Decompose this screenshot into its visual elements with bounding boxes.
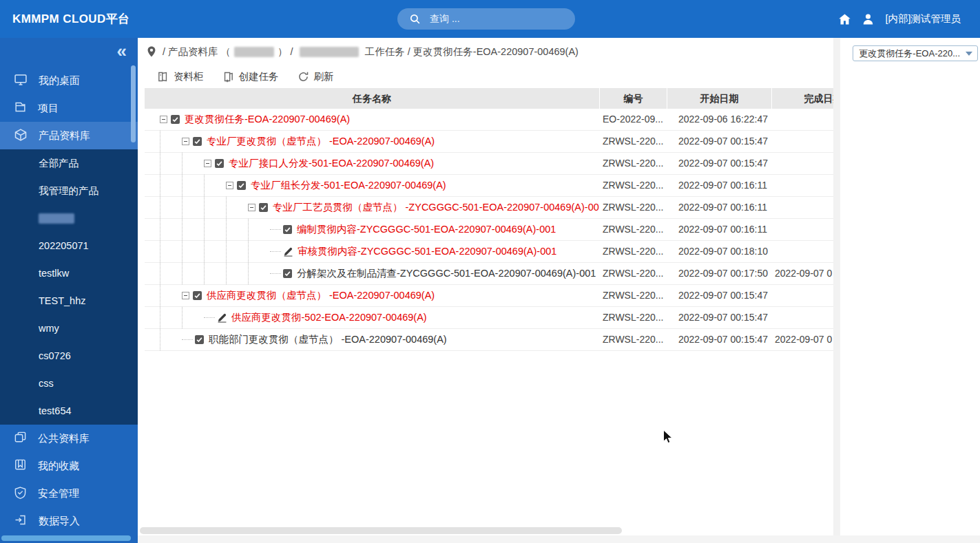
right-panel: 更改贯彻任务-EOA-220... — [840, 38, 980, 535]
start-date-cell: 2022-09-07 00:15:47 — [667, 153, 771, 174]
tree-indent-guide — [160, 153, 182, 174]
sidebar-item-public-library[interactable]: 公共资料库 — [0, 425, 138, 452]
sidebar-subitem-test-hhz[interactable]: TEST_hhz — [0, 287, 138, 315]
task-name-link[interactable]: 更改贯彻任务-EOA-220907-00469(A) — [185, 113, 350, 126]
table-horizontal-scrollbar[interactable] — [140, 527, 622, 534]
task-name-link[interactable]: 编制贯彻内容-ZYCGGGC-501-EOA-220907-00469(A)-0… — [297, 223, 556, 236]
sidebar-subitem-testlkw[interactable]: testlkw — [0, 259, 138, 287]
refresh-button[interactable]: 刷新 — [298, 70, 334, 83]
table-row[interactable]: 专业厂更改贯彻（虚节点） -EOA-220907-00469(A)ZRWSL-2… — [145, 131, 833, 153]
tree-collapse-icon[interactable] — [182, 292, 189, 299]
tree-collapse-icon[interactable] — [160, 116, 167, 123]
table-row[interactable]: 职能部门更改贯彻（虚节点） -EOA-220907-00469(A)ZRWSL-… — [145, 329, 833, 351]
table-row[interactable]: 更改贯彻任务-EOA-220907-00469(A)EO-2022-09...2… — [145, 109, 833, 131]
toolbar-button-label: 刷新 — [314, 70, 334, 83]
global-search-input[interactable]: 查询 ... — [397, 8, 575, 30]
start-date-cell: 2022-09-07 00:18:10 — [667, 241, 771, 262]
sidebar-subitem-css[interactable]: css — [0, 370, 138, 397]
table-row[interactable]: 分解架次及在制品清查-ZYCGGGC-501-EOA-220907-00469(… — [145, 263, 833, 285]
tree-indent-guide — [248, 219, 270, 240]
table-row[interactable]: 专业厂组长分发-501-EOA-220907-00469(A)ZRWSL-220… — [145, 175, 833, 197]
tree-collapse-icon[interactable] — [226, 182, 233, 189]
sidebar-subitem--[interactable]: 我管理的产品 — [0, 177, 138, 204]
task-name-cell: 供应商更改贯彻-502-EOA-220907-00469(A) — [145, 307, 599, 328]
task-number-cell: ZRWSL-220... — [599, 329, 667, 350]
table-row[interactable]: 供应商更改贯彻（虚节点） -EOA-220907-00469(A)ZRWSL-2… — [145, 285, 833, 307]
task-checkbox-icon[interactable] — [259, 203, 268, 212]
task-selector-dropdown[interactable]: 更改贯彻任务-EOA-220... — [853, 45, 978, 61]
task-checkbox-icon[interactable] — [171, 115, 180, 124]
tree-collapse-icon[interactable] — [182, 138, 189, 145]
sidebar-subitem--[interactable]: 全部产品 — [0, 149, 138, 177]
sidebar-item-product-library[interactable]: 产品资料库 — [0, 122, 138, 149]
sidebar-collapse-button[interactable]: « — [117, 41, 127, 61]
table-row[interactable]: 编制贯彻内容-ZYCGGGC-501-EOA-220907-00469(A)-0… — [145, 219, 833, 241]
tree-indent-guide — [248, 241, 270, 262]
home-icon[interactable] — [838, 13, 851, 25]
tree-collapse-icon[interactable] — [248, 204, 256, 211]
import-icon — [14, 513, 28, 529]
task-number-cell: ZRWSL-220... — [599, 219, 667, 240]
task-name-link[interactable]: 专业厂更改贯彻（虚节点） -EOA-220907-00469(A) — [207, 135, 435, 148]
task-checkbox-icon[interactable] — [283, 225, 292, 234]
sidebar-subitem-cs0726[interactable]: cs0726 — [0, 342, 138, 370]
task-name-link[interactable]: 分解架次及在制品清查-ZYCGGGC-501-EOA-220907-00469(… — [297, 267, 596, 280]
task-checkbox-icon[interactable] — [193, 137, 202, 146]
tree-leaf-connector — [270, 229, 281, 230]
column-header-number[interactable]: 编号 — [599, 88, 667, 109]
toolbar-button-label: 资料柜 — [174, 70, 204, 83]
sidebar-item-label: 安全管理 — [38, 487, 79, 500]
sidebar-subitem-202205071[interactable]: 202205071 — [0, 232, 138, 259]
task-name-link[interactable]: 专业厂工艺员贯彻（虚节点） -ZYCGGGC-501-EOA-220907-00… — [273, 201, 599, 214]
sidebar-item-projects[interactable]: 项目 — [0, 94, 138, 122]
task-number-cell: ZRWSL-220... — [599, 307, 667, 328]
tree-leaf-connector — [204, 317, 215, 318]
cabinet-button[interactable]: 资料柜 — [157, 70, 204, 83]
sidebar-item-label: 公共资料库 — [38, 432, 90, 445]
sidebar-subitem-wmy[interactable]: wmy — [0, 315, 138, 342]
table-row[interactable]: 供应商更改贯彻-502-EOA-220907-00469(A)ZRWSL-220… — [145, 307, 833, 329]
table-row[interactable]: 审核贯彻内容-ZYCGGGC-501-EOA-220907-00469(A)-0… — [145, 241, 833, 263]
task-checkbox-icon[interactable] — [283, 269, 292, 278]
finish-date-cell: 2022-09-07 0 — [771, 263, 833, 284]
tree-leaf-connector — [270, 273, 281, 274]
tree-indent-guide — [182, 175, 204, 196]
table-row[interactable]: 专业厂接口人分发-501-EOA-220907-00469(A)ZRWSL-22… — [145, 153, 833, 175]
menu-icon[interactable] — [971, 16, 980, 23]
breadcrumb-segments[interactable]: / 产品资料库 （） / 工作任务 / 更改贯彻任务-EOA-220907-00… — [163, 45, 578, 58]
task-checkbox-icon[interactable] — [195, 335, 204, 344]
sidebar-horizontal-scrollbar[interactable] — [1, 535, 131, 541]
task-selector-value: 更改贯彻任务-EOA-220... — [859, 47, 960, 60]
sidebar-subitem-test654[interactable]: test654 — [0, 397, 138, 425]
column-header-task-name[interactable]: 任务名称 — [145, 88, 599, 109]
sidebar-vertical-scrollbar[interactable] — [131, 65, 136, 142]
task-checkbox-icon[interactable] — [215, 159, 224, 168]
task-name-link[interactable]: 供应商更改贯彻-502-EOA-220907-00469(A) — [231, 311, 427, 324]
task-name-cell: 专业厂组长分发-501-EOA-220907-00469(A) — [145, 175, 599, 196]
task-number-cell: ZRWSL-220... — [599, 175, 667, 196]
sidebar-item-my-desktop[interactable]: 我的桌面 — [0, 67, 138, 94]
sidebar-item-my-favorites[interactable]: 我的收藏 — [0, 452, 138, 480]
create-task-button[interactable]: 创建任务 — [222, 70, 279, 83]
user-icon[interactable] — [862, 12, 875, 25]
task-checkbox-icon[interactable] — [237, 181, 246, 190]
tree-indent-guide — [204, 197, 226, 218]
task-name-link[interactable]: 职能部门更改贯彻（虚节点） -EOA-220907-00469(A) — [209, 333, 447, 346]
sidebar-item-security-admin[interactable]: 安全管理 — [0, 480, 138, 507]
tree-collapse-icon[interactable] — [204, 160, 211, 167]
task-name-link[interactable]: 专业厂接口人分发-501-EOA-220907-00469(A) — [229, 157, 434, 170]
start-date-cell: 2022-09-07 00:16:11 — [667, 197, 771, 218]
sidebar-item-data-import[interactable]: 数据导入 — [0, 507, 138, 535]
tree-indent-guide — [204, 219, 226, 240]
task-number-cell: ZRWSL-220... — [599, 263, 667, 284]
column-header-start-date[interactable]: 开始日期 — [667, 88, 771, 109]
column-header-finish-date[interactable]: 完成日期 — [771, 88, 833, 109]
sidebar-subitem-redacted[interactable] — [0, 204, 138, 232]
task-checkbox-icon[interactable] — [193, 291, 202, 300]
table-row[interactable]: 专业厂工艺员贯彻（虚节点） -ZYCGGGC-501-EOA-220907-00… — [145, 197, 833, 219]
breadcrumb-text-segment: ） / — [278, 46, 296, 57]
task-name-link[interactable]: 供应商更改贯彻（虚节点） -EOA-220907-00469(A) — [207, 289, 435, 302]
task-name-link[interactable]: 专业厂组长分发-501-EOA-220907-00469(A) — [251, 179, 446, 192]
tree-indent-guide — [160, 263, 182, 284]
task-name-link[interactable]: 审核贯彻内容-ZYCGGGC-501-EOA-220907-00469(A)-0… — [298, 245, 556, 258]
